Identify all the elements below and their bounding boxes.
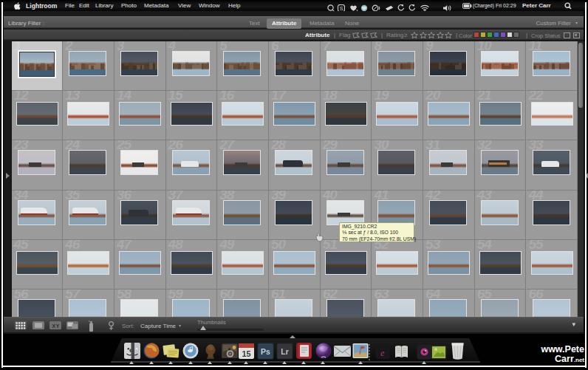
svg-text:15: 15 (242, 349, 250, 358)
svg-text:Lr: Lr (281, 347, 289, 356)
svg-text:Ps: Ps (261, 347, 270, 356)
svg-text:e: e (380, 348, 385, 358)
svg-text:Y: Y (56, 323, 60, 329)
